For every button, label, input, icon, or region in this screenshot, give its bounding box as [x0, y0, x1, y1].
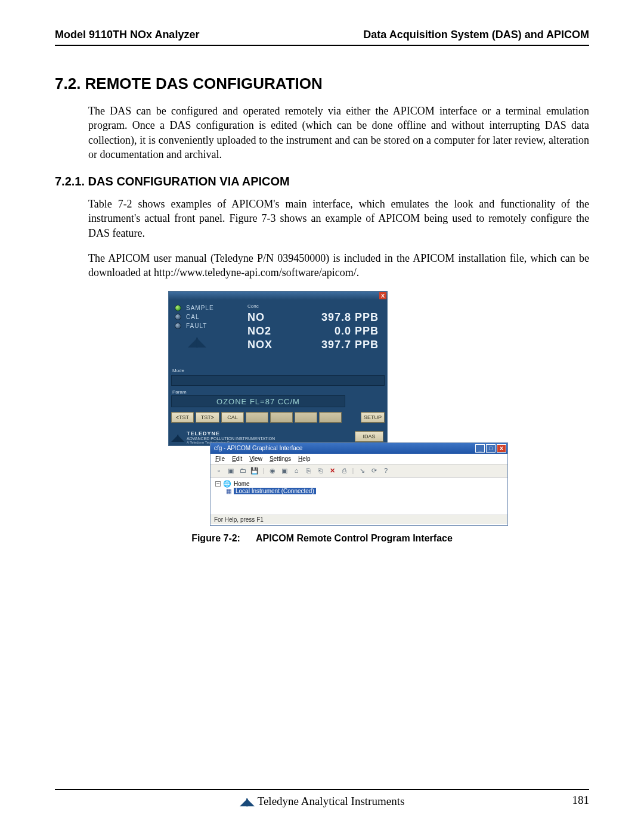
- instrument-panel: X SAMPLE CAL FAULT ◢◣: [168, 291, 388, 446]
- gas-name: NO2: [247, 325, 271, 337]
- toolbar: ▫ ▣ 🗀 💾 | ◉ ▣ ⌂ ⎘ ⎗ ✕ ⎙ | ↘ ⟳ ?: [210, 465, 507, 478]
- figure-7-2: X SAMPLE CAL FAULT ◢◣: [168, 291, 514, 529]
- instrument-close-button[interactable]: X: [379, 292, 386, 299]
- folder-icon[interactable]: 🗀: [238, 466, 247, 475]
- page-footer: ◢◣ Teledyne Analytical Instruments: [55, 789, 589, 808]
- led-label: FAULT: [186, 323, 207, 329]
- separator-icon: |: [262, 466, 265, 475]
- close-button[interactable]: X: [497, 444, 506, 453]
- status-led-panel: SAMPLE CAL FAULT ◢◣: [169, 300, 245, 369]
- subsection-heading: 7.2.1. DAS CONFIGURATION VIA APICOM: [55, 175, 589, 188]
- copy-icon[interactable]: ⎘: [304, 466, 313, 475]
- led-cal: CAL: [175, 314, 245, 320]
- delete-icon[interactable]: ✕: [327, 466, 337, 475]
- mode-bar: [171, 375, 385, 386]
- section-heading: 7.2. REMOTE DAS CONFIGURATION: [55, 75, 589, 93]
- param-label: Param: [172, 389, 187, 395]
- menu-settings[interactable]: Settings: [270, 456, 291, 462]
- led-sample: SAMPLE: [175, 305, 245, 311]
- led-label: SAMPLE: [186, 305, 214, 311]
- open-icon[interactable]: ▣: [226, 466, 236, 475]
- tst-prev-button[interactable]: <TST: [171, 412, 194, 423]
- concentration-panel: Conc NO 397.8 PPB NO2 0.0 PPB NOX 397.7 …: [245, 300, 387, 369]
- blank-button[interactable]: [295, 412, 317, 423]
- tree-root[interactable]: 🌐 Home: [215, 480, 503, 488]
- gas-value: 0.0 PPB: [335, 325, 379, 337]
- help-icon[interactable]: ?: [381, 466, 391, 475]
- brand-subtitle: ADVANCED POLLUTION INSTRUMENTATION: [187, 436, 275, 441]
- header-left: Model 9110TH NOx Analyzer: [55, 29, 199, 41]
- tst-next-button[interactable]: TST>: [196, 412, 219, 423]
- menu-file[interactable]: File: [215, 456, 225, 462]
- apicom-window: cfg - APICOM Graphical Interface _ □ X F…: [210, 442, 508, 526]
- instrument-button-row: <TST TST> CAL SETUP: [171, 412, 385, 423]
- instrument-tree: 🌐 Home ▦ Local Instrument (Connected): [210, 478, 507, 515]
- gas-value: 397.7 PPB: [321, 339, 379, 351]
- maximize-button[interactable]: □: [486, 444, 496, 453]
- separator-icon: |: [351, 466, 355, 475]
- cal-button[interactable]: CAL: [221, 412, 244, 423]
- teledyne-logo-icon: ◢◣: [188, 334, 245, 349]
- reading-no2: NO2 0.0 PPB: [245, 325, 381, 339]
- gas-name: NO: [247, 311, 265, 324]
- gas-value: 397.8 PPB: [321, 311, 379, 324]
- tree-root-label: Home: [234, 481, 250, 487]
- menu-edit[interactable]: Edit: [232, 456, 242, 462]
- page-header: Model 9110TH NOx Analyzer Data Acquisiti…: [55, 29, 589, 46]
- brand-name: TELEDYNE: [187, 431, 275, 436]
- status-bar: For Help, press F1: [210, 515, 507, 524]
- menu-help[interactable]: Help: [298, 456, 311, 462]
- menu-view[interactable]: View: [249, 456, 262, 462]
- teledyne-logo-icon: ◢◣: [240, 795, 253, 808]
- led-icon: [175, 323, 181, 329]
- teledyne-logo-icon: ◢◣: [171, 432, 183, 443]
- new-icon[interactable]: ▫: [214, 466, 224, 475]
- led-icon: [175, 314, 181, 320]
- tree-item[interactable]: ▦ Local Instrument (Connected): [226, 488, 503, 494]
- mode-label: Mode: [172, 368, 184, 373]
- header-right: Data Acquisition System (DAS) and APICOM: [363, 29, 589, 41]
- instrument-titlebar: X: [169, 292, 387, 300]
- apicom-titlebar: cfg - APICOM Graphical Interface _ □ X: [210, 443, 507, 454]
- reading-nox: NOX 397.7 PPB: [245, 339, 381, 352]
- button-spacer: [343, 412, 359, 423]
- led-label: CAL: [186, 314, 199, 320]
- stop-icon[interactable]: ▣: [280, 466, 289, 475]
- gas-name: NOX: [247, 339, 273, 351]
- subsection-paragraph-2: The APICOM user manual (Teledyne P/N 039…: [88, 251, 589, 280]
- setup-button[interactable]: SETUP: [361, 412, 385, 423]
- minimize-button[interactable]: _: [475, 444, 485, 453]
- refresh-icon[interactable]: ⟳: [369, 466, 379, 475]
- home-icon[interactable]: ⌂: [292, 466, 301, 475]
- connect-icon[interactable]: ◉: [268, 466, 277, 475]
- footer-company: Teledyne Analytical Instruments: [258, 795, 405, 808]
- blank-button[interactable]: [246, 412, 268, 423]
- subsection-paragraph-1: Table 7-2 shows examples of APICOM's mai…: [88, 197, 589, 240]
- led-icon: [175, 305, 181, 311]
- reading-no: NO 397.8 PPB: [245, 311, 381, 325]
- print-icon[interactable]: ⎙: [339, 466, 349, 475]
- figure-label: Figure 7-2:: [191, 533, 240, 543]
- figure-title: APICOM Remote Control Program Interface: [256, 533, 453, 543]
- idas-button[interactable]: IDAS: [355, 431, 383, 442]
- blank-button[interactable]: [270, 412, 293, 423]
- param-display: OZONE FL=87 CC/M: [171, 395, 345, 407]
- tool-icon[interactable]: ↘: [357, 466, 367, 475]
- paste-icon[interactable]: ⎗: [315, 466, 325, 475]
- section-paragraph: The DAS can be configured and operated r…: [88, 104, 589, 162]
- apicom-title: cfg - APICOM Graphical Interface: [214, 445, 302, 451]
- menu-bar: File Edit View Settings Help: [210, 454, 507, 465]
- led-fault: FAULT: [175, 323, 245, 329]
- page-number: 181: [572, 794, 590, 807]
- save-icon[interactable]: 💾: [250, 466, 259, 475]
- instrument-icon: ▦: [226, 488, 231, 494]
- blank-button[interactable]: [319, 412, 342, 423]
- globe-icon: 🌐: [223, 480, 231, 488]
- collapse-icon[interactable]: [215, 481, 221, 487]
- conc-label: Conc: [247, 304, 381, 309]
- tree-item-label: Local Instrument (Connected): [234, 488, 316, 494]
- figure-caption: Figure 7-2: APICOM Remote Control Progra…: [55, 533, 589, 544]
